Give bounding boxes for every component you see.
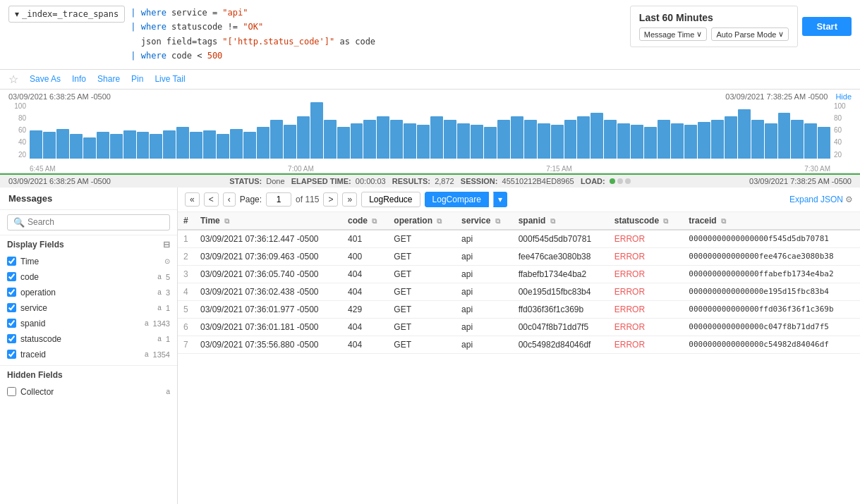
cell-statuscode: ERROR [609,318,684,336]
field-name-collector: Collector [20,387,162,397]
logcompare-dropdown-button[interactable]: ▾ [493,192,507,207]
next-last-button[interactable]: » [342,192,357,207]
table-row[interactable]: 2 03/09/2021 07:36:09.463 -0500 400 GET … [178,247,860,265]
cell-operation: GET [388,300,456,318]
cell-time: 03/09/2021 07:36:01.977 -0500 [195,300,342,318]
field-name-traceid: traceid [20,350,140,359]
index-dropdown[interactable]: ▾ _index=_trace_spans [8,6,125,23]
table-row[interactable]: 4 03/09/2021 07:36:02.438 -0500 404 GET … [178,283,860,300]
table-row[interactable]: 5 03/09/2021 07:36:01.977 -0500 429 GET … [178,300,860,318]
prev-first-button[interactable]: « [185,192,200,207]
cell-num: 1 [178,230,195,248]
hidden-field-collector: Collector a [0,384,177,400]
copy-icon-traceid[interactable]: ⧉ [721,217,726,225]
field-checkbox-statuscode[interactable] [7,334,16,343]
status-right-time: 03/09/2021 7:38:25 AM -0500 [749,177,852,185]
pin-button[interactable]: Pin [131,74,143,84]
expand-json-button[interactable]: Expand JSON ⚙ [789,195,853,204]
star-icon[interactable]: ☆ [8,73,18,86]
chart-bar [471,125,483,159]
field-checkbox-service[interactable] [7,303,16,312]
copy-icon-code[interactable]: ⧉ [372,217,377,225]
logcompare-button[interactable]: LogCompare [425,192,489,207]
cell-operation: GET [388,247,456,265]
next-button[interactable]: > [323,192,338,207]
chart-bar [524,120,537,159]
field-checkbox-time[interactable] [7,257,16,266]
chevron-down-icon: ∨ [696,30,702,39]
field-item-service: service a 1 [0,300,177,316]
copy-icon-statuscode[interactable]: ⧉ [663,217,668,225]
cell-num: 7 [178,336,195,353]
share-button[interactable]: Share [97,74,120,84]
auto-parse-select[interactable]: Auto Parse Mode ∨ [711,27,789,41]
query-editor[interactable]: | where service = "api" | where statusco… [131,6,624,63]
chart-bar [230,129,243,159]
field-count-statuscode: 1 [166,335,170,343]
load-label: LOAD: [581,177,605,185]
message-time-select[interactable]: Message Time ∨ [639,27,708,41]
elapsed-value: 00:00:03 [356,177,386,185]
field-checkbox-spanid[interactable] [7,319,16,328]
chart-bar [43,132,56,159]
chart-bar [751,120,764,159]
live-tail-button[interactable]: Live Tail [155,74,185,84]
copy-icon-time[interactable]: ⧉ [224,217,229,225]
col-spanid: spanid ⧉ [513,212,609,230]
logreduce-button[interactable]: LogReduce [361,192,420,207]
field-name-spanid: spanid [20,319,140,328]
chart-bar [70,134,83,159]
chart-bar [243,132,256,159]
message-time-label: Message Time [644,30,695,39]
cell-code: 400 [342,247,388,265]
prev-page-button[interactable]: ‹ [223,192,236,207]
display-fields-icon[interactable]: ⊟ [163,240,170,250]
field-checkbox-collector[interactable] [7,387,16,396]
cell-num: 6 [178,318,195,336]
cell-spanid: 000f545d5db70781 [513,230,609,248]
page-input[interactable] [266,192,291,207]
cell-statuscode: ERROR [609,300,684,318]
time-range-title: Last 60 Minutes [639,12,789,23]
table-row[interactable]: 6 03/09/2021 07:36:01.181 -0500 404 GET … [178,318,860,336]
table-toolbar: « < ‹ Page: of 115 > » LogReduce LogComp… [178,188,860,212]
field-name-service: service [20,303,153,313]
copy-icon-operation[interactable]: ⧉ [437,217,442,225]
field-checkbox-traceid[interactable] [7,350,16,359]
cell-service: api [456,230,513,248]
copy-icon-service[interactable]: ⧉ [495,217,500,225]
field-checkbox-code[interactable] [7,272,16,281]
cell-time: 03/09/2021 07:36:05.740 -0500 [195,265,342,283]
start-button[interactable]: Start [802,17,852,36]
field-checkbox-operation[interactable] [7,288,16,297]
table-row[interactable]: 1 03/09/2021 07:36:12.447 -0500 401 GET … [178,230,860,248]
copy-icon-spanid[interactable]: ⧉ [550,217,555,225]
cell-operation: GET [388,318,456,336]
cell-code: 404 [342,318,388,336]
field-count-code: 5 [166,273,170,281]
chart-bar [137,132,150,159]
chevron-down-icon: ▾ [15,9,19,19]
info-button[interactable]: Info [72,74,86,84]
save-as-button[interactable]: Save As [30,74,61,84]
chart-bar [617,123,630,159]
chart-bar [671,123,684,159]
col-service: service ⧉ [456,212,513,230]
chart-bar [444,120,456,159]
chart-bar [430,116,443,159]
cell-traceid: 0000000000000000e195d15fbc83b4 [683,283,860,300]
table-row[interactable]: 3 03/09/2021 07:36:05.740 -0500 404 GET … [178,265,860,283]
chevron-down-icon: ∨ [778,30,784,39]
cell-spanid: ffd036f36f1c369b [513,300,609,318]
tag-icon-traceid: a [145,350,149,358]
search-input-wrapper: 🔍 [7,214,170,231]
hide-chart-button[interactable]: Hide [835,92,852,101]
chart-bar [203,130,216,159]
prev-button[interactable]: < [204,192,219,207]
chart-bar [363,120,376,159]
table-row[interactable]: 7 03/09/2021 07:35:56.880 -0500 404 GET … [178,336,860,353]
chart-y-labels-right: 100 80 60 40 20 [832,102,852,159]
chart-bar [97,132,109,159]
search-input[interactable] [28,217,164,227]
chart-container: 100 80 60 40 20 100 80 60 40 20 6:45 AM … [8,102,852,173]
